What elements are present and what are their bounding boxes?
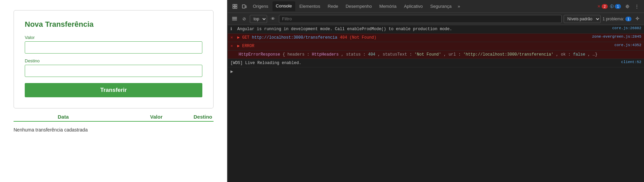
valor-input[interactable] <box>25 41 202 54</box>
error-icon-2: ✕ <box>230 43 235 48</box>
error-detail-brace-open: { <box>283 52 285 57</box>
error-detail-comma-2: , <box>378 52 383 57</box>
svg-rect-2 <box>233 7 235 8</box>
tab-elementos[interactable]: Elementos <box>296 2 323 11</box>
col-valor: Valor <box>113 114 163 120</box>
get-prefix: ▶ GET <box>237 35 252 40</box>
error-detail-key-headers: headers <box>287 52 304 57</box>
destino-label: Destino <box>25 58 202 63</box>
prompt-arrow: ▶ <box>230 69 233 74</box>
console-row-get-error: ✕ ▶ GET http://localhost:3000/transferen… <box>228 34 644 42</box>
svg-point-10 <box>637 18 638 19</box>
col-destino: Destino <box>163 114 214 120</box>
error-detail-key-ok: ok <box>561 52 566 57</box>
error-detail-colon-1: : <box>307 52 312 57</box>
svg-point-6 <box>627 5 628 7</box>
tab-console[interactable]: Console <box>273 1 296 11</box>
transfer-button[interactable]: Transferir <box>25 83 202 97</box>
error-detail-key-statustext: statusText <box>383 52 407 57</box>
console-settings-button[interactable] <box>633 15 641 23</box>
destino-input[interactable] <box>25 65 202 77</box>
svg-rect-1 <box>235 4 237 6</box>
error-detail-classname: HttpErrorResponse <box>239 52 283 57</box>
error-detail-val-url: 'http://localhost:3000/transferencia' <box>463 52 554 57</box>
tab-memoria[interactable]: Memória <box>376 2 400 11</box>
console-prompt: ▶ <box>228 67 644 76</box>
error-detail-rest: , …} <box>588 52 598 57</box>
device-toolbar-button[interactable] <box>240 3 249 10</box>
console-text-error-detail: HttpErrorResponse { headers : HttpHeader… <box>239 52 641 58</box>
table-header: Data Valor Destino <box>14 114 214 122</box>
form-title: Nova Transferência <box>25 20 202 29</box>
col-data: Data <box>14 114 113 120</box>
tab-rede[interactable]: Rede <box>324 2 342 11</box>
console-row-error-label: ✕ ▶ ERROR core.js:4352 <box>228 42 644 50</box>
transfer-form-card: Nova Transferência Valor Destino Transfe… <box>14 10 214 108</box>
console-text-wds: [WDS] Live Reloading enabled. <box>230 60 617 66</box>
console-source-get[interactable]: zone-evergreen.js:2845 <box>589 35 641 39</box>
error-detail-val-statustext: 'Not Found' <box>415 52 441 57</box>
error-detail-comma-3: , <box>444 52 448 57</box>
settings-button[interactable] <box>623 3 632 10</box>
console-text-get: ▶ GET http://localhost:3000/transferenci… <box>237 35 587 41</box>
error-detail-val-ok: false <box>573 52 585 57</box>
error-detail-colon-5: : <box>568 52 573 57</box>
left-panel: Nova Transferência Valor Destino Transfe… <box>0 0 227 182</box>
sidebar-toggle-button[interactable] <box>230 15 239 22</box>
error-status: 404 (Not Found) <box>337 35 376 40</box>
error-detail-val-headers: HttpHeaders <box>312 52 339 57</box>
devtools-settings-group: ✕ 2 🛈 1 ⋮ <box>597 2 641 11</box>
tab-seguranca[interactable]: Segurança <box>427 2 455 11</box>
nivel-selector[interactable]: Níveis padrão <box>564 15 601 23</box>
svg-rect-3 <box>235 7 237 8</box>
error-badge: 2 <box>602 4 608 9</box>
console-source-angular[interactable]: core.js:26882 <box>609 26 641 30</box>
error-detail-val-status: 404 <box>368 52 376 57</box>
svg-rect-4 <box>242 5 245 8</box>
console-source-error[interactable]: core.js:4352 <box>612 43 641 47</box>
console-row-wds: [WDS] Live Reloading enabled. client:52 <box>228 59 644 67</box>
info-badge: 1 <box>615 4 621 9</box>
devtools-toolbar: Origens Console Elementos Rede Desempenh… <box>228 0 644 13</box>
error-label-text: ▶ ERROR <box>237 44 254 48</box>
transfers-table-section: Data Valor Destino Nenhuma transferência… <box>14 114 214 135</box>
more-options-button[interactable]: ⋮ <box>632 2 641 11</box>
devtools-console: ℹ Angular is running in development mode… <box>228 25 644 182</box>
error-detail-key-status: status <box>346 52 361 57</box>
error-detail-colon-4: : <box>458 52 463 57</box>
info-icon: ℹ <box>230 26 235 32</box>
console-text-error-label: ▶ ERROR <box>237 43 610 49</box>
more-tabs-icon[interactable]: » <box>456 2 462 10</box>
valor-label: Valor <box>25 35 202 40</box>
console-source-wds[interactable]: client:52 <box>619 60 641 64</box>
error-icon-1: ✕ <box>230 35 235 40</box>
console-row-angular-info: ℹ Angular is running in development mode… <box>228 25 644 34</box>
info-count-badge: 🛈 1 <box>610 4 621 9</box>
issues-count: 1 <box>625 17 631 21</box>
error-url-link[interactable]: http://localhost:3000/transferencia <box>252 35 337 40</box>
error-count-badge: ✕ 2 <box>597 4 608 9</box>
svg-rect-8 <box>232 18 237 19</box>
empty-message: Nenhuma transferência cadastrada <box>14 124 214 135</box>
tab-desempenho[interactable]: Desempenho <box>342 2 375 11</box>
devtools-panel: Origens Console Elementos Rede Desempenh… <box>227 0 644 182</box>
console-row-error-detail: HttpErrorResponse { headers : HttpHeader… <box>228 50 644 59</box>
error-detail-comma-4: , <box>556 52 561 57</box>
error-detail-colon-2: : <box>363 52 368 57</box>
error-detail-key-url: url <box>448 52 456 57</box>
svg-rect-9 <box>232 20 237 20</box>
console-text-angular: Angular is running in development mode. … <box>237 26 607 32</box>
issues-badge: 1 problema: 1 <box>603 17 631 21</box>
inspect-icon-button[interactable] <box>230 3 239 10</box>
tab-aplicativo[interactable]: Aplicativo <box>401 2 426 11</box>
svg-rect-0 <box>233 4 235 6</box>
devtools-filter-row: ⊘ top 👁 Níveis padrão 1 problema: 1 <box>228 13 644 25</box>
tab-origens[interactable]: Origens <box>249 2 272 11</box>
filter-input[interactable] <box>279 15 562 23</box>
eye-icon-button[interactable]: 👁 <box>269 15 277 22</box>
svg-rect-5 <box>245 6 246 8</box>
block-icon-button[interactable]: ⊘ <box>241 15 248 22</box>
error-detail-colon-3: : <box>409 52 414 57</box>
svg-rect-7 <box>232 17 237 18</box>
context-selector[interactable]: top <box>250 15 267 23</box>
